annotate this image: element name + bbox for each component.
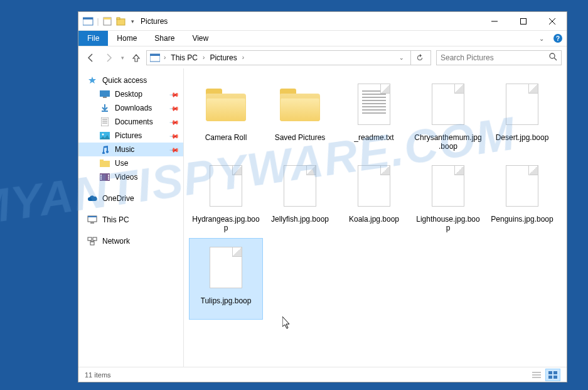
file-label: Desert.jpg.boop xyxy=(496,133,549,142)
svg-rect-1 xyxy=(83,18,93,19)
help-button[interactable]: ? xyxy=(549,31,567,46)
svg-rect-43 xyxy=(553,371,557,374)
onedrive-icon xyxy=(87,193,97,203)
svg-rect-42 xyxy=(548,371,552,374)
main-area: Quick access Desktop 📌 Downloads 📌 Docum… xyxy=(78,68,567,367)
sidebar-quick-access[interactable]: Quick access xyxy=(78,73,183,87)
star-icon xyxy=(87,75,97,85)
view-tab[interactable]: View xyxy=(183,31,217,46)
documents-icon xyxy=(100,117,110,127)
svg-rect-34 xyxy=(88,237,92,241)
sidebar-item-pictures[interactable]: Pictures 📌 xyxy=(78,129,183,143)
music-icon xyxy=(100,144,110,154)
file-item[interactable]: Desert.jpg.boop xyxy=(485,75,559,156)
network-icon xyxy=(87,236,97,246)
chevron-right-icon[interactable]: › xyxy=(162,54,168,61)
pictures-icon xyxy=(100,131,110,141)
sidebar-item-music[interactable]: Music 📌 xyxy=(78,143,183,156)
pin-icon: 📌 xyxy=(169,131,179,141)
folder-icon xyxy=(204,79,248,129)
sidebar-label: Music xyxy=(115,145,134,154)
folder-icon xyxy=(100,158,110,168)
back-button[interactable] xyxy=(83,50,99,65)
refresh-button[interactable] xyxy=(410,50,428,65)
properties-icon[interactable] xyxy=(100,14,114,28)
blank-file-icon xyxy=(204,242,248,293)
sidebar-label: OneDrive xyxy=(102,194,134,203)
icons-view-button[interactable] xyxy=(545,369,560,381)
items-grid: Camera RollSaved Pictures_readme.txtChry… xyxy=(189,75,562,320)
sidebar-item-desktop[interactable]: Desktop 📌 xyxy=(78,87,183,101)
file-item[interactable]: Koala.jpg.boop xyxy=(337,156,411,238)
breadcrumb-thispc[interactable]: This PC xyxy=(169,53,200,62)
search-box[interactable] xyxy=(436,50,562,65)
file-label: Lighthouse.jpg.boop xyxy=(414,215,482,233)
forward-button[interactable] xyxy=(101,50,116,65)
breadcrumb[interactable]: › This PC › Pictures › ⌄ xyxy=(146,50,431,65)
svg-rect-30 xyxy=(108,178,109,180)
sidebar-label: Quick access xyxy=(102,76,147,85)
svg-rect-33 xyxy=(90,222,94,224)
svg-rect-45 xyxy=(553,376,557,379)
file-item[interactable]: Hydrangeas.jpg.boop xyxy=(189,156,263,238)
details-view-button[interactable] xyxy=(529,369,544,381)
pin-icon: 📌 xyxy=(169,103,179,113)
svg-point-12 xyxy=(550,53,555,58)
file-item[interactable]: _readme.txt xyxy=(337,75,411,156)
sidebar-item-videos[interactable]: Videos xyxy=(78,170,183,184)
search-icon[interactable] xyxy=(548,52,557,63)
breadcrumb-pictures[interactable]: Pictures xyxy=(208,53,238,62)
breadcrumb-dropdown-icon[interactable]: ⌄ xyxy=(394,50,409,65)
search-input[interactable] xyxy=(441,53,548,62)
file-tab[interactable]: File xyxy=(78,31,108,46)
content-area[interactable]: Camera RollSaved Pictures_readme.txtChry… xyxy=(184,68,567,367)
share-tab[interactable]: Share xyxy=(146,31,183,46)
pin-icon: 📌 xyxy=(169,144,179,154)
up-button[interactable] xyxy=(129,50,144,65)
downloads-icon xyxy=(100,103,110,113)
file-label: Koala.jpg.boop xyxy=(349,215,399,224)
svg-rect-7 xyxy=(521,18,527,24)
file-item[interactable]: Jellyfish.jpg.boop xyxy=(263,156,337,238)
qat-separator: | xyxy=(95,14,100,28)
home-tab[interactable]: Home xyxy=(108,31,146,46)
expand-ribbon-icon[interactable]: ⌄ xyxy=(534,31,549,46)
explorer-icon[interactable] xyxy=(82,14,95,28)
svg-rect-25 xyxy=(100,175,102,176)
file-label: Saved Pictures xyxy=(275,133,326,142)
chevron-right-icon[interactable]: › xyxy=(201,54,206,61)
svg-rect-23 xyxy=(100,160,104,161)
sidebar-item-downloads[interactable]: Downloads 📌 xyxy=(78,101,183,115)
explorer-window: | ▾ Pictures File Home Share View ⌄ ? xyxy=(78,11,567,382)
titlebar: | ▾ Pictures xyxy=(78,12,567,31)
file-item[interactable]: Tulips.jpg.boop xyxy=(189,238,263,320)
close-button[interactable] xyxy=(538,12,567,31)
minimize-button[interactable] xyxy=(480,12,509,31)
sidebar-item-documents[interactable]: Documents 📌 xyxy=(78,115,183,129)
sidebar-label: Videos xyxy=(115,173,137,181)
svg-rect-29 xyxy=(108,176,109,178)
svg-rect-32 xyxy=(88,216,97,217)
sidebar: Quick access Desktop 📌 Downloads 📌 Docum… xyxy=(78,68,184,367)
maximize-button[interactable] xyxy=(509,12,538,31)
sidebar-item-use[interactable]: Use xyxy=(78,156,183,170)
recent-dropdown-icon[interactable]: ▾ xyxy=(119,50,126,65)
sidebar-onedrive[interactable]: OneDrive xyxy=(78,192,183,205)
window-controls xyxy=(480,12,567,31)
file-item[interactable]: Chrysanthemum.jpg.boop xyxy=(411,75,485,156)
file-item[interactable]: Lighthouse.jpg.boop xyxy=(411,156,485,238)
qat-dropdown-icon[interactable]: ▾ xyxy=(128,14,137,28)
svg-line-13 xyxy=(554,58,557,60)
chevron-right-icon[interactable]: › xyxy=(240,54,246,61)
file-item[interactable]: Saved Pictures xyxy=(263,75,337,156)
folder-icon xyxy=(278,79,322,129)
window-title: Pictures xyxy=(141,17,168,26)
item-count: 11 items xyxy=(85,371,111,379)
file-item[interactable]: Camera Roll xyxy=(189,75,263,156)
file-label: Hydrangeas.jpg.boop xyxy=(192,215,260,233)
new-folder-icon[interactable] xyxy=(114,14,128,28)
file-label: Camera Roll xyxy=(205,133,247,142)
sidebar-network[interactable]: Network xyxy=(78,234,183,248)
sidebar-thispc[interactable]: This PC xyxy=(78,213,183,227)
file-item[interactable]: Penguins.jpg.boop xyxy=(485,156,559,238)
